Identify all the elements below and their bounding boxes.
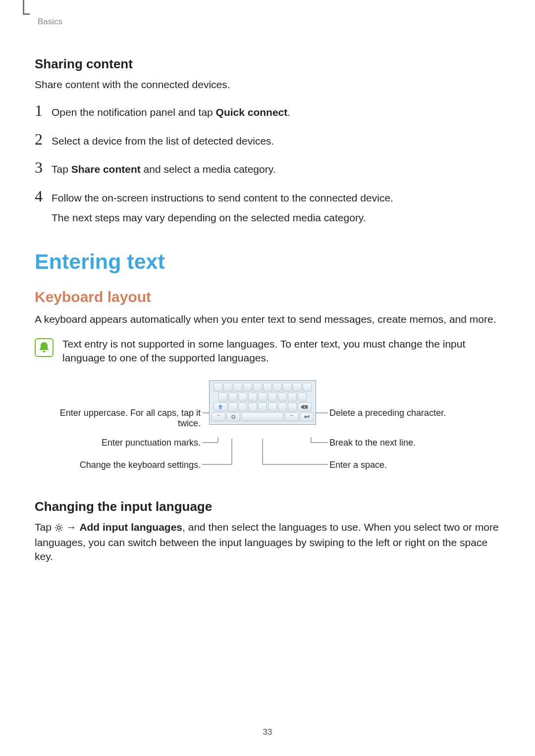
kb-key [233, 383, 242, 392]
kb-key [258, 403, 267, 411]
kb-key [238, 393, 247, 402]
svg-line-17 [61, 529, 62, 530]
kb-key [288, 403, 297, 411]
svg-line-18 [61, 525, 62, 526]
kb-key [283, 383, 292, 392]
step-text-post: . [287, 106, 290, 118]
svg-point-11 [57, 526, 60, 529]
kb-key [223, 383, 232, 392]
heading-changing-input-language: Changing the input language [35, 499, 500, 514]
kb-key-shift [214, 403, 227, 411]
kb-key [258, 393, 267, 402]
step-2: 2 Select a device from the list of detec… [35, 131, 500, 149]
kb-key [248, 403, 257, 411]
text-pre: Tap [35, 521, 54, 533]
heading-entering-text: Entering text [35, 250, 500, 274]
step-text-post: and select a media category. [141, 163, 276, 175]
text-arrow: → [63, 521, 80, 533]
svg-line-16 [56, 525, 57, 526]
kb-key [248, 393, 257, 402]
kb-key [268, 403, 277, 411]
kb-key [303, 383, 312, 392]
svg-text:•••: ••• [217, 414, 220, 417]
sharing-intro: Share content with the connected devices… [35, 78, 500, 92]
step-text: Tap Share content and select a media cat… [52, 162, 276, 177]
step-text-b: The next steps may vary depending on the… [52, 210, 393, 225]
svg-point-1 [232, 415, 234, 418]
heading-keyboard-layout: Keyboard layout [35, 289, 500, 305]
kb-key [278, 393, 287, 402]
step-3: 3 Tap Share content and select a media c… [35, 159, 500, 177]
sharing-steps: 1 Open the notification panel and tap Qu… [35, 102, 500, 225]
kb-key [278, 403, 287, 411]
note-bell-icon [35, 338, 54, 357]
kb-key [238, 403, 247, 411]
kb-key-settings [226, 412, 240, 421]
svg-text:•••: ••• [290, 414, 293, 417]
step-num: 1 [35, 102, 52, 118]
kb-key-space [241, 412, 284, 421]
step-text: Follow the on-screen instructions to sen… [52, 191, 393, 226]
kb-key [253, 383, 262, 392]
changing-input-language-text: Tap → Add input languages, and then sele… [35, 520, 500, 564]
kb-key [218, 393, 227, 402]
breadcrumb: Basics [38, 17, 500, 27]
step-4: 4 Follow the on-screen instructions to s… [35, 188, 500, 226]
kb-key [228, 403, 237, 411]
step-num: 3 [35, 159, 52, 175]
step-text: Open the notification panel and tap Quic… [52, 105, 290, 120]
step-text-bold: Quick connect [216, 106, 288, 118]
step-text-bold: Share content [71, 163, 141, 175]
svg-line-7 [234, 418, 235, 418]
kb-key [293, 383, 302, 392]
keyboard-diagram: Enter uppercase. For all caps, tap it tw… [35, 380, 500, 479]
step-text-pre: Open the notification panel and tap [52, 106, 216, 118]
note-row: Text entry is not supported in some lang… [35, 337, 500, 365]
text-bold: Add input languages [79, 521, 182, 533]
step-num: 2 [35, 131, 52, 147]
page-corner-mark [23, 0, 24, 15]
kb-key [263, 383, 272, 392]
kb-key [214, 383, 222, 392]
page-number: 33 [0, 727, 535, 737]
step-text: Select a device from the list of detecte… [52, 134, 274, 149]
keyboard-image: ••• ••• [209, 380, 316, 425]
kb-key-delete [298, 403, 312, 411]
kb-key [298, 393, 307, 402]
svg-line-9 [231, 418, 232, 418]
gear-icon [54, 522, 63, 536]
kb-key [273, 383, 282, 392]
heading-sharing-content: Sharing content [35, 56, 500, 72]
kb-key [268, 393, 277, 402]
kb-key [243, 383, 252, 392]
kb-key [228, 393, 237, 402]
kb-key [288, 393, 297, 402]
step-text-a: Follow the on-screen instructions to sen… [52, 192, 393, 203]
svg-line-6 [231, 415, 232, 415]
step-num: 4 [35, 188, 52, 204]
note-text: Text entry is not supported in some lang… [62, 337, 500, 365]
svg-line-19 [56, 529, 57, 530]
step-text-pre: Tap [52, 163, 71, 175]
kb-key-enter [300, 412, 314, 421]
kb-key: ••• [285, 412, 299, 421]
step-1: 1 Open the notification panel and tap Qu… [35, 102, 500, 120]
kb-key-sym: ••• [212, 412, 225, 421]
keyboard-intro: A keyboard appears automatically when yo… [35, 312, 500, 326]
svg-line-8 [234, 415, 235, 415]
